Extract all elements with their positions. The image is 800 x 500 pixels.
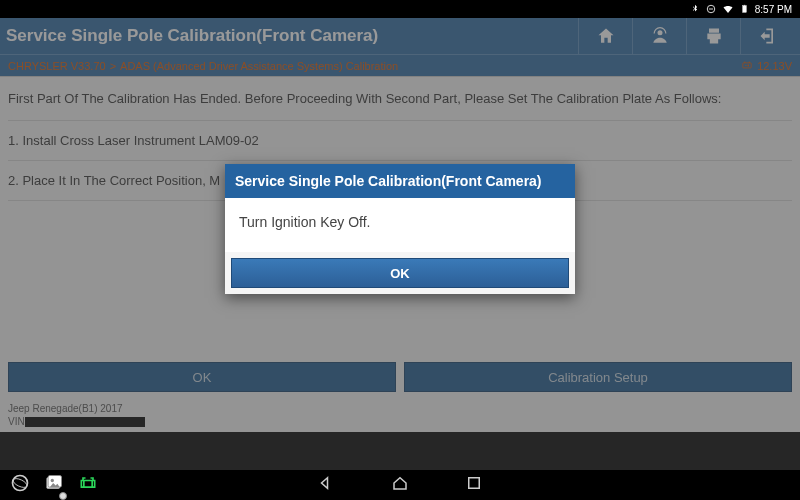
dialog-ok-button[interactable]: OK (231, 258, 569, 288)
home-nav-button[interactable] (391, 474, 409, 496)
status-time: 8:57 PM (755, 4, 792, 15)
dialog-title: Service Single Pole Calibration(Front Ca… (225, 164, 575, 198)
dialog-body: Turn Ignition Key Off. (225, 198, 575, 252)
recents-button[interactable] (465, 474, 483, 496)
battery-icon (740, 3, 749, 15)
do-not-disturb-icon (706, 4, 716, 14)
bluetooth-icon (690, 4, 700, 14)
modal-dialog: Service Single Pole Calibration(Front Ca… (225, 164, 575, 294)
back-button[interactable] (317, 474, 335, 496)
svg-point-15 (51, 479, 54, 482)
svg-rect-1 (709, 9, 713, 10)
svg-rect-2 (742, 6, 746, 13)
gallery-app-icon[interactable] (44, 473, 64, 497)
diagnostic-app-icon[interactable] (78, 473, 98, 497)
svg-rect-16 (469, 478, 480, 489)
android-nav-bar (0, 470, 800, 500)
wifi-icon (722, 3, 734, 15)
svg-rect-3 (744, 5, 746, 6)
android-status-bar: 8:57 PM (0, 0, 800, 18)
browser-app-icon[interactable] (10, 473, 30, 497)
